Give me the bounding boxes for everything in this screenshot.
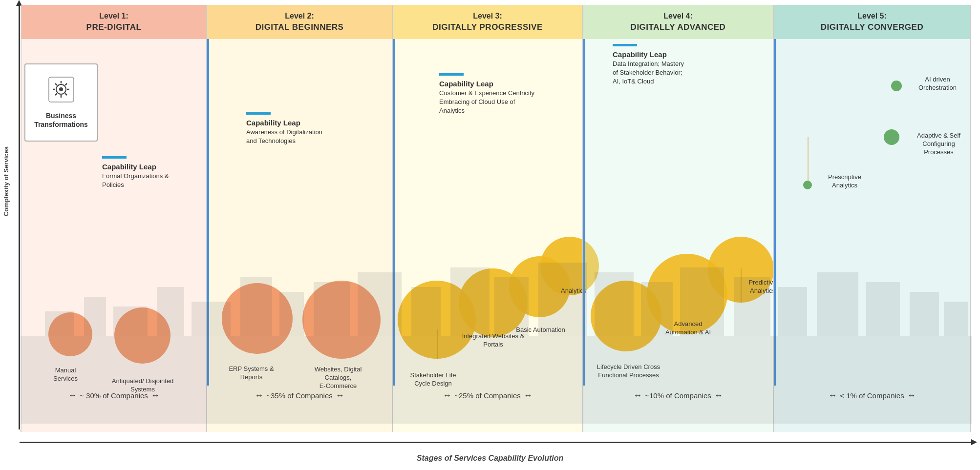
gear-icon [48, 76, 75, 107]
business-transformations-label: Business Transformations [25, 111, 97, 129]
svg-point-2 [59, 87, 63, 91]
cap-desc-4: Data Integration; Masteryof Stakeholder … [613, 60, 684, 85]
cap-title-3: Capability Leap [439, 79, 534, 89]
chart-container: Complexity of Services Stages of Service… [0, 0, 980, 470]
divider-5 [774, 39, 776, 386]
section-5-header: Level 5: DIGITALLY CONVERGED [774, 5, 970, 39]
cap-leap-4: Capability Leap Data Integration; Master… [613, 44, 684, 86]
section-4-level-name: DIGITALLY ADVANCED [631, 21, 726, 33]
label-ai-orchestration: AI drivenOrchestration [906, 76, 969, 92]
section-1-level-num: Level 1: [99, 11, 128, 21]
section-3-percent-text: ~25% of Companies [454, 391, 521, 400]
section-2-level-name: DIGITAL BEGINNERS [256, 21, 344, 33]
stem-stakeholder [437, 329, 438, 359]
label-advanced-auto: AdvancedAutomation & AI [648, 320, 728, 337]
svg-line-9 [65, 83, 67, 85]
label-manual-services: ManualServices [34, 367, 97, 383]
section-1-level-name: PRE-DIGITAL [86, 21, 142, 33]
bubble-prescriptive [803, 181, 812, 189]
section-2-percent: ↔ ~35% of Companies ↔ [207, 386, 392, 405]
bubble-adaptive [884, 129, 899, 145]
business-transformations-box: Business Transformations [24, 63, 98, 142]
x-axis [20, 442, 972, 443]
divider-4 [583, 39, 585, 386]
section-3-percent: ↔ ~25% of Companies ↔ [393, 386, 582, 405]
section-digital-beginners: Level 2: DIGITAL BEGINNERS Capability Le… [206, 5, 392, 432]
section-2-level-num: Level 2: [285, 11, 314, 21]
label-integrated: Integrated Websites &Portals [450, 332, 536, 349]
section-5-level-num: Level 5: [857, 11, 887, 21]
y-axis [19, 5, 20, 429]
bubble-manual-services [48, 312, 92, 356]
section-4-level-num: Level 4: [663, 11, 693, 21]
section-3-header: Level 3: DIGITALLY PROGRESSIVE [393, 5, 582, 39]
cap-desc-1: Formal Organizations &Policies [102, 172, 169, 188]
label-adaptive: Adaptive & SelfConfiguringProcesses [903, 132, 974, 157]
section-2-header: Level 2: DIGITAL BEGINNERS [207, 5, 392, 39]
section-2-percent-text: ~35% of Companies [266, 391, 333, 400]
section-digitally-advanced: Level 4: DIGITALLY ADVANCED Capability L… [582, 5, 773, 432]
cap-bar-3 [439, 73, 464, 76]
section-5-percent: ↔ < 1% of Companies ↔ [774, 386, 970, 405]
label-lifecycle: Lifecycle Driven CrossFunctional Process… [586, 363, 671, 380]
cap-leap-2: Capability Leap Awareness of Digitalizat… [246, 112, 322, 145]
section-1-percent: ↔ ~ 30% of Companies ↔ [21, 386, 206, 405]
section-1-percent-text: ~ 30% of Companies [80, 391, 148, 400]
section-3-level-name: DIGITALLY PROGRESSIVE [432, 21, 543, 33]
svg-line-8 [65, 93, 67, 95]
cap-title-2: Capability Leap [246, 118, 322, 128]
x-axis-label: Stages of Services Capability Evolution [417, 454, 564, 463]
label-prescriptive: PrescriptiveAnalytics [815, 173, 874, 190]
section-digitally-converged: Level 5: DIGITALLY CONVERGED Prescriptiv… [773, 5, 971, 432]
section-4-percent-text: ~10% of Companies [645, 391, 711, 400]
cap-desc-3: Customer & Experience CentricityEmbracin… [439, 89, 534, 114]
divider-2 [207, 39, 209, 386]
section-5-level-name: DIGITALLY CONVERGED [821, 21, 923, 33]
cap-leap-3: Capability Leap Customer & Experience Ce… [439, 73, 534, 116]
cap-bar-4 [613, 44, 637, 46]
cap-leap-1: Capability Leap Formal Organizations &Po… [102, 156, 169, 189]
svg-line-10 [55, 93, 57, 95]
y-axis-label: Complexity of Services [2, 146, 17, 216]
cap-bar-2 [246, 112, 271, 115]
section-5-percent-text: < 1% of Companies [840, 391, 904, 400]
section-4-header: Level 4: DIGITALLY ADVANCED [583, 5, 773, 39]
svg-line-7 [55, 83, 57, 85]
bubble-antiquated [114, 307, 170, 364]
cap-bar-1 [102, 156, 127, 159]
cap-desc-2: Awareness of Digitalizationand Technolog… [246, 128, 322, 144]
stem-prescriptive [808, 137, 809, 181]
divider-3 [393, 39, 395, 386]
bubble-erp [222, 283, 293, 354]
section-4-percent: ↔ ~10% of Companies ↔ [583, 386, 773, 405]
bubble-ai-orchestration [891, 81, 902, 91]
cap-title-1: Capability Leap [102, 162, 169, 172]
section-3-level-num: Level 3: [473, 11, 502, 21]
bubble-websites [302, 281, 381, 359]
section-digitally-progressive: Level 3: DIGITALLY PROGRESSIVE Capabilit… [392, 5, 582, 432]
label-erp: ERP Systems &Reports [211, 365, 292, 382]
cap-title-4: Capability Leap [613, 49, 684, 60]
label-basic-auto: Basic Automation [503, 326, 578, 334]
section-1-header: Level 1: PRE-DIGITAL [21, 5, 206, 39]
sections-wrapper: Level 1: PRE-DIGITAL Capability Leap For… [21, 5, 972, 432]
